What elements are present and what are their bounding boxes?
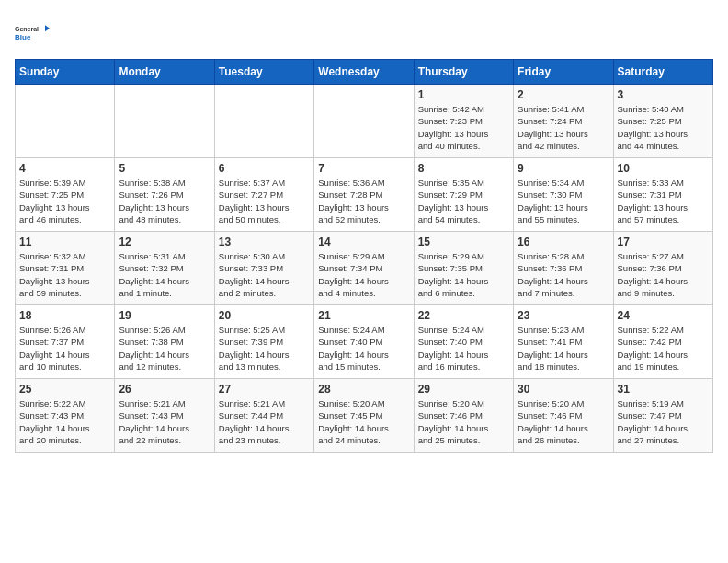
day-number: 18: [19, 309, 110, 322]
day-info: Sunrise: 5:22 AM Sunset: 7:42 PM Dayligh…: [618, 324, 709, 373]
calendar-week-2: 4Sunrise: 5:39 AM Sunset: 7:25 PM Daylig…: [16, 158, 713, 232]
calendar-week-3: 11Sunrise: 5:32 AM Sunset: 7:31 PM Dayli…: [16, 232, 713, 305]
day-info: Sunrise: 5:31 AM Sunset: 7:32 PM Dayligh…: [119, 250, 210, 299]
day-info: Sunrise: 5:26 AM Sunset: 7:37 PM Dayligh…: [19, 324, 110, 373]
day-number: 24: [618, 309, 709, 322]
day-number: 27: [219, 383, 310, 396]
day-info: Sunrise: 5:36 AM Sunset: 7:28 PM Dayligh…: [318, 177, 409, 225]
day-number: 19: [119, 309, 210, 322]
day-info: Sunrise: 5:21 AM Sunset: 7:43 PM Dayligh…: [119, 397, 210, 446]
calendar-cell: [16, 85, 115, 158]
calendar-cell: 29Sunrise: 5:20 AM Sunset: 7:46 PM Dayli…: [414, 379, 513, 453]
day-info: Sunrise: 5:24 AM Sunset: 7:40 PM Dayligh…: [418, 324, 509, 373]
svg-text:General: General: [15, 26, 39, 32]
day-info: Sunrise: 5:40 AM Sunset: 7:25 PM Dayligh…: [618, 103, 709, 152]
day-info: Sunrise: 5:27 AM Sunset: 7:36 PM Dayligh…: [618, 250, 709, 299]
day-info: Sunrise: 5:28 AM Sunset: 7:36 PM Dayligh…: [518, 250, 609, 299]
day-number: 2: [518, 88, 609, 101]
calendar-cell: 23Sunrise: 5:23 AM Sunset: 7:41 PM Dayli…: [514, 305, 613, 379]
day-info: Sunrise: 5:34 AM Sunset: 7:30 PM Dayligh…: [518, 177, 609, 225]
calendar-cell: 31Sunrise: 5:19 AM Sunset: 7:47 PM Dayli…: [613, 379, 712, 453]
day-number: 17: [618, 236, 709, 248]
weekday-header-tuesday: Tuesday: [214, 60, 313, 85]
calendar-cell: [115, 85, 214, 158]
calendar-cell: 22Sunrise: 5:24 AM Sunset: 7:40 PM Dayli…: [414, 305, 513, 379]
calendar-cell: 11Sunrise: 5:32 AM Sunset: 7:31 PM Dayli…: [16, 232, 115, 305]
calendar-cell: 1Sunrise: 5:42 AM Sunset: 7:23 PM Daylig…: [414, 85, 513, 158]
calendar-cell: 3Sunrise: 5:40 AM Sunset: 7:25 PM Daylig…: [613, 85, 712, 158]
day-number: 14: [318, 236, 409, 248]
weekday-header-saturday: Saturday: [613, 60, 712, 85]
calendar-cell: 8Sunrise: 5:35 AM Sunset: 7:29 PM Daylig…: [414, 158, 513, 232]
calendar-cell: 15Sunrise: 5:29 AM Sunset: 7:35 PM Dayli…: [414, 232, 513, 305]
weekday-header-friday: Friday: [514, 60, 613, 85]
day-info: Sunrise: 5:39 AM Sunset: 7:25 PM Dayligh…: [19, 177, 110, 225]
day-info: Sunrise: 5:23 AM Sunset: 7:41 PM Dayligh…: [518, 324, 609, 373]
svg-text:Blue: Blue: [15, 33, 31, 41]
calendar-week-4: 18Sunrise: 5:26 AM Sunset: 7:37 PM Dayli…: [16, 305, 713, 379]
day-number: 26: [119, 383, 210, 396]
calendar-cell: 6Sunrise: 5:37 AM Sunset: 7:27 PM Daylig…: [214, 158, 313, 232]
calendar-header: SundayMondayTuesdayWednesdayThursdayFrid…: [16, 60, 713, 85]
day-number: 21: [318, 309, 409, 322]
day-number: 16: [518, 236, 609, 248]
calendar-cell: [214, 85, 313, 158]
day-info: Sunrise: 5:20 AM Sunset: 7:46 PM Dayligh…: [418, 397, 509, 446]
day-number: 20: [219, 309, 310, 322]
calendar-cell: 10Sunrise: 5:33 AM Sunset: 7:31 PM Dayli…: [613, 158, 712, 232]
day-number: 25: [19, 383, 110, 396]
calendar-week-5: 25Sunrise: 5:22 AM Sunset: 7:43 PM Dayli…: [16, 379, 713, 453]
day-info: Sunrise: 5:29 AM Sunset: 7:35 PM Dayligh…: [418, 250, 509, 299]
day-info: Sunrise: 5:41 AM Sunset: 7:24 PM Dayligh…: [518, 103, 609, 152]
day-number: 3: [618, 88, 709, 101]
logo: General Blue: [15, 15, 51, 52]
calendar-cell: 2Sunrise: 5:41 AM Sunset: 7:24 PM Daylig…: [514, 85, 613, 158]
day-number: 10: [618, 162, 709, 175]
calendar-week-1: 1Sunrise: 5:42 AM Sunset: 7:23 PM Daylig…: [16, 85, 713, 158]
day-info: Sunrise: 5:26 AM Sunset: 7:38 PM Dayligh…: [119, 324, 210, 373]
day-info: Sunrise: 5:29 AM Sunset: 7:34 PM Dayligh…: [318, 250, 409, 299]
calendar-cell: 26Sunrise: 5:21 AM Sunset: 7:43 PM Dayli…: [115, 379, 214, 453]
calendar-cell: 7Sunrise: 5:36 AM Sunset: 7:28 PM Daylig…: [314, 158, 414, 232]
weekday-header-wednesday: Wednesday: [314, 60, 414, 85]
calendar-cell: 16Sunrise: 5:28 AM Sunset: 7:36 PM Dayli…: [514, 232, 613, 305]
day-number: 13: [219, 236, 310, 248]
day-number: 12: [119, 236, 210, 248]
day-number: 23: [518, 309, 609, 322]
calendar-cell: 5Sunrise: 5:38 AM Sunset: 7:26 PM Daylig…: [115, 158, 214, 232]
day-info: Sunrise: 5:19 AM Sunset: 7:47 PM Dayligh…: [618, 397, 709, 446]
calendar-cell: 17Sunrise: 5:27 AM Sunset: 7:36 PM Dayli…: [613, 232, 712, 305]
weekday-header-sunday: Sunday: [16, 60, 115, 85]
calendar-cell: 14Sunrise: 5:29 AM Sunset: 7:34 PM Dayli…: [314, 232, 414, 305]
day-info: Sunrise: 5:33 AM Sunset: 7:31 PM Dayligh…: [618, 177, 709, 225]
calendar-cell: 19Sunrise: 5:26 AM Sunset: 7:38 PM Dayli…: [115, 305, 214, 379]
svg-marker-2: [45, 25, 50, 31]
calendar-cell: 25Sunrise: 5:22 AM Sunset: 7:43 PM Dayli…: [16, 379, 115, 453]
day-number: 7: [318, 162, 409, 175]
calendar-cell: 9Sunrise: 5:34 AM Sunset: 7:30 PM Daylig…: [514, 158, 613, 232]
calendar-cell: 27Sunrise: 5:21 AM Sunset: 7:44 PM Dayli…: [214, 379, 313, 453]
calendar-body: 1Sunrise: 5:42 AM Sunset: 7:23 PM Daylig…: [16, 85, 713, 453]
day-number: 29: [418, 383, 509, 396]
calendar-cell: [314, 85, 414, 158]
calendar-cell: 4Sunrise: 5:39 AM Sunset: 7:25 PM Daylig…: [16, 158, 115, 232]
day-info: Sunrise: 5:30 AM Sunset: 7:33 PM Dayligh…: [219, 250, 310, 299]
day-number: 11: [19, 236, 110, 248]
day-info: Sunrise: 5:21 AM Sunset: 7:44 PM Dayligh…: [219, 397, 310, 446]
calendar-cell: 20Sunrise: 5:25 AM Sunset: 7:39 PM Dayli…: [214, 305, 313, 379]
day-number: 15: [418, 236, 509, 248]
calendar-cell: 21Sunrise: 5:24 AM Sunset: 7:40 PM Dayli…: [314, 305, 414, 379]
calendar-table: SundayMondayTuesdayWednesdayThursdayFrid…: [15, 59, 713, 453]
day-info: Sunrise: 5:24 AM Sunset: 7:40 PM Dayligh…: [318, 324, 409, 373]
day-number: 1: [418, 88, 509, 101]
page-header: General Blue: [15, 15, 713, 52]
day-info: Sunrise: 5:32 AM Sunset: 7:31 PM Dayligh…: [19, 250, 110, 299]
logo-svg: General Blue: [15, 15, 51, 52]
calendar-cell: 13Sunrise: 5:30 AM Sunset: 7:33 PM Dayli…: [214, 232, 313, 305]
calendar-cell: 18Sunrise: 5:26 AM Sunset: 7:37 PM Dayli…: [16, 305, 115, 379]
weekday-header-thursday: Thursday: [414, 60, 513, 85]
day-info: Sunrise: 5:37 AM Sunset: 7:27 PM Dayligh…: [219, 177, 310, 225]
day-info: Sunrise: 5:35 AM Sunset: 7:29 PM Dayligh…: [418, 177, 509, 225]
day-number: 22: [418, 309, 509, 322]
day-number: 9: [518, 162, 609, 175]
